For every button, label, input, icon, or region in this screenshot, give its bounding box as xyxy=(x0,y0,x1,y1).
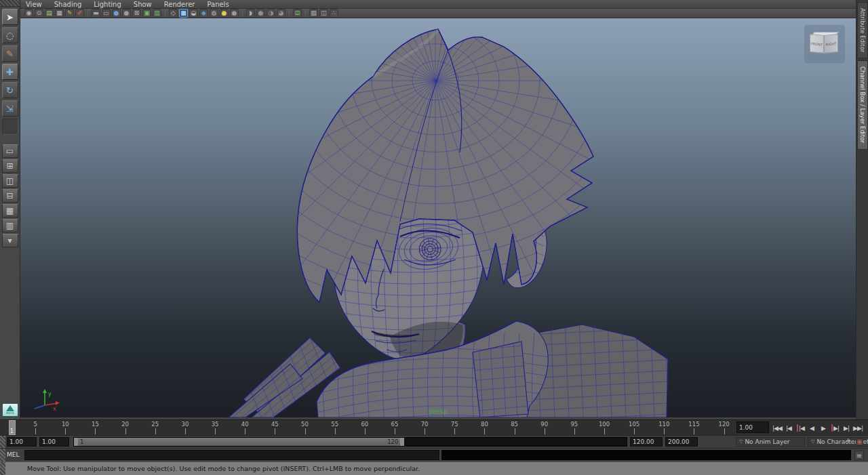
timeline-tick-label: 20 xyxy=(121,421,129,428)
current-time-field[interactable]: 1.00 xyxy=(736,421,769,433)
timeline-tick-label: 35 xyxy=(212,421,219,428)
time-slider[interactable]: 5101520253035404550556065707580859095100… xyxy=(0,419,868,435)
view-cube[interactable]: FRONT RIGHT xyxy=(804,25,845,63)
all-lights-icon[interactable]: ● xyxy=(256,9,265,18)
bookmark-grid-icon[interactable]: ▦ xyxy=(55,9,64,18)
timeline-tick xyxy=(425,428,425,434)
timeline-tick xyxy=(185,428,186,434)
tab-attribute-editor[interactable]: Attribute Editor xyxy=(857,2,868,58)
playback-start-field[interactable]: 1.00 xyxy=(39,437,69,447)
view-cube-right-face[interactable]: RIGHT xyxy=(824,34,838,54)
rotate-tool[interactable]: ↻ xyxy=(2,82,18,98)
timeline-tick-label: 25 xyxy=(151,421,159,428)
wireframe-on-shaded-icon[interactable]: ◆ xyxy=(199,9,208,18)
last-tool-slot[interactable] xyxy=(2,119,18,135)
layout-hypershade[interactable]: ▦ xyxy=(2,204,18,218)
region-gate-icon[interactable]: ● xyxy=(122,9,131,18)
menu-show[interactable]: Show xyxy=(134,1,152,8)
current-frame-marker[interactable]: 1 xyxy=(9,420,16,435)
safe-title-icon[interactable]: ▣ xyxy=(142,9,151,18)
paint-select-tool[interactable]: ✎ xyxy=(2,45,18,62)
playback-controls: |◀◀|◀|◀◀▶▶|▶|▶▶| xyxy=(772,421,863,435)
scale-tool[interactable]: ⇲ xyxy=(2,100,18,117)
panel-menu-bar: ViewShadingLightingShowRendererPanels xyxy=(20,0,856,9)
timeline-tick-label: 120 xyxy=(718,421,729,428)
maya-logo-icon xyxy=(6,405,14,411)
anim-layer-dropdown[interactable]: ▽ No Anim Layer xyxy=(736,437,805,447)
default-material-icon[interactable]: ◍ xyxy=(210,9,218,18)
range-row-grip[interactable] xyxy=(0,436,5,448)
layout-persp-graph[interactable]: ⊟ xyxy=(2,189,18,203)
model-canvas[interactable] xyxy=(20,18,856,417)
step-back-key-button[interactable]: |◀ xyxy=(795,422,806,434)
safe-action-icon[interactable]: ⊠ xyxy=(132,9,141,18)
layout-more[interactable]: ▾ xyxy=(2,234,18,247)
menu-lighting[interactable]: Lighting xyxy=(94,1,121,8)
range-slider-active[interactable]: 1 120 xyxy=(74,438,404,446)
layout-single-pane[interactable]: ▭ xyxy=(2,144,18,158)
menu-renderer[interactable]: Renderer xyxy=(164,1,195,8)
set-key-icon[interactable]: ✛ xyxy=(846,438,851,445)
step-forward-key-button[interactable]: ▶| xyxy=(829,422,840,434)
camera-marker-icon[interactable]: ◉ xyxy=(24,9,33,18)
command-line-result xyxy=(441,450,851,460)
layout-outliner-persp[interactable]: ◫ xyxy=(2,174,18,188)
command-line-grip[interactable] xyxy=(0,449,5,461)
textured-display-icon[interactable]: ▧ xyxy=(309,9,318,18)
menu-shading[interactable]: Shading xyxy=(54,1,82,8)
timeline-tick xyxy=(245,428,245,434)
view-cube-front-face[interactable]: FRONT xyxy=(810,34,824,54)
menu-view[interactable]: View xyxy=(26,1,42,8)
chevron-down-icon: ▽ xyxy=(811,439,814,445)
camera-lock-icon[interactable]: ⊙ xyxy=(35,9,43,18)
resolution-gate-icon[interactable]: ▭ xyxy=(102,9,111,18)
step-back-frame-button[interactable]: |◀ xyxy=(783,422,794,434)
timeline-tick-label: 95 xyxy=(570,421,578,428)
default-lighting-icon[interactable]: ◗ xyxy=(246,9,255,18)
gate-mask-icon[interactable]: ● xyxy=(112,9,121,18)
move-tool[interactable]: ✚ xyxy=(2,64,18,80)
command-line-input[interactable] xyxy=(24,450,439,460)
auto-keyframe-toggle[interactable] xyxy=(856,438,863,446)
film-gate-icon[interactable]: ▬ xyxy=(92,9,100,18)
no-lighting-icon[interactable]: ● xyxy=(220,9,229,18)
timeline-tick-label: 5 xyxy=(33,421,37,428)
grease-pencil-icon[interactable]: ✐ xyxy=(75,9,84,18)
timeline-tick xyxy=(365,428,366,434)
multi-pane-icon[interactable]: ◫ xyxy=(319,9,328,18)
flat-lighting-icon[interactable]: ◕ xyxy=(277,9,285,18)
viewport[interactable]: FRONT RIGHT y x persp xyxy=(20,18,856,417)
menu-panels[interactable]: Panels xyxy=(207,1,229,8)
layout-persp-trax[interactable]: ▥ xyxy=(2,219,18,232)
timeline-tick xyxy=(454,428,455,434)
image-plane-icon[interactable]: ✎ xyxy=(65,9,74,18)
textured-mode-icon[interactable]: ◒ xyxy=(189,9,198,18)
go-to-start-button[interactable]: |◀◀ xyxy=(772,422,783,434)
field-chart-icon[interactable]: ▥ xyxy=(153,9,161,18)
animation-start-field[interactable]: 1.00 xyxy=(7,437,37,447)
layout-four-pane[interactable]: ⊞ xyxy=(2,159,18,173)
timeline-tick xyxy=(515,428,515,434)
share-node-icon[interactable]: ∴ xyxy=(330,9,338,18)
play-backwards-button[interactable]: ◀ xyxy=(806,422,817,434)
xray-mode-icon[interactable]: ● xyxy=(230,9,239,18)
timeline-tick xyxy=(335,428,336,434)
range-slider-track[interactable]: 1 120 xyxy=(73,437,627,447)
isolate-select-icon[interactable]: ⊡ xyxy=(293,9,302,18)
animation-end-field[interactable]: 200.00 xyxy=(665,437,698,447)
tab-channel-box[interactable]: Channel Box / Layer Editor xyxy=(857,60,868,149)
camera-attributes-icon[interactable]: ▤ xyxy=(45,9,54,18)
go-to-end-button[interactable]: ▶▶| xyxy=(852,422,863,434)
script-editor-icon[interactable]: ≡ xyxy=(854,451,864,460)
step-forward-frame-button[interactable]: ▶| xyxy=(841,422,852,434)
playback-end-field[interactable]: 120.00 xyxy=(630,437,663,447)
play-forwards-button[interactable]: ▶ xyxy=(818,422,829,434)
timeline-tick-label: 85 xyxy=(511,421,518,428)
selected-lights-icon[interactable]: ◑ xyxy=(267,9,275,18)
select-tool[interactable]: ➤ xyxy=(2,9,18,25)
lasso-tool[interactable]: ◌ xyxy=(2,27,18,43)
wireframe-mode-icon[interactable]: ◇ xyxy=(169,9,178,18)
command-line-mode-label[interactable]: MEL xyxy=(7,451,19,458)
smooth-shade-mode-icon[interactable]: ■ xyxy=(179,9,188,18)
toolbox-grip[interactable] xyxy=(0,0,20,7)
